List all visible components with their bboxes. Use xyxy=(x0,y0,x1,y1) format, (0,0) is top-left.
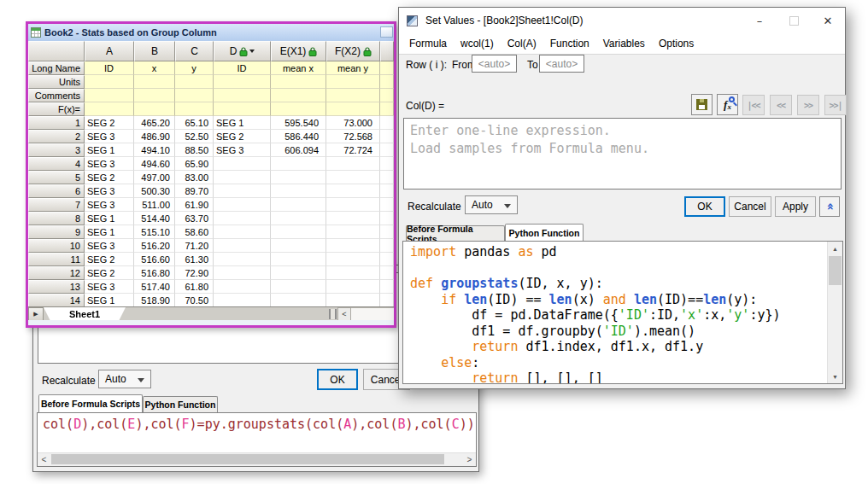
row-number[interactable]: 3 xyxy=(28,143,85,157)
worksheet-cell[interactable]: 52.50 xyxy=(175,130,214,143)
worksheet-cell[interactable]: SEG 1 xyxy=(85,294,134,306)
worksheet-cell[interactable]: SEG 2 xyxy=(85,253,134,266)
worksheet-cell[interactable] xyxy=(214,266,271,280)
worksheet-cell[interactable] xyxy=(326,253,380,266)
worksheet-cell[interactable]: 61.80 xyxy=(175,280,214,294)
horizontal-scrollbar[interactable] xyxy=(351,307,394,321)
worksheet-cell[interactable]: 65.10 xyxy=(175,116,214,130)
row-label[interactable]: Long Name xyxy=(28,61,85,75)
label-cell[interactable] xyxy=(326,75,380,89)
script-editor[interactable]: col(D),col(E),col(F)=py.groupstats(col(A… xyxy=(37,412,477,467)
worksheet-cell[interactable]: 511.00 xyxy=(134,198,175,212)
worksheet-cell[interactable] xyxy=(326,294,380,306)
worksheet-cell[interactable]: SEG 3 xyxy=(85,184,134,198)
worksheet-cell[interactable]: 516.80 xyxy=(134,266,175,280)
label-cell[interactable] xyxy=(271,89,326,102)
row-number[interactable]: 8 xyxy=(28,212,85,225)
worksheet-cell[interactable] xyxy=(326,225,380,239)
worksheet-cell[interactable]: SEG 3 xyxy=(85,239,134,253)
label-cell[interactable] xyxy=(271,75,326,89)
worksheet-window-button[interactable] xyxy=(380,26,393,38)
recalculate-dropdown[interactable]: Auto xyxy=(98,370,151,388)
worksheet-cell[interactable]: 595.540 xyxy=(271,116,326,130)
worksheet-cell[interactable] xyxy=(271,184,326,198)
worksheet-cell[interactable]: SEG 3 xyxy=(85,130,134,143)
row-number[interactable]: 14 xyxy=(28,294,85,306)
scroll-left-icon[interactable]: < xyxy=(38,453,50,465)
worksheet-cell[interactable]: 515.10 xyxy=(134,225,175,239)
worksheet-cell[interactable]: 606.094 xyxy=(271,143,326,157)
corner-header[interactable] xyxy=(28,41,85,61)
worksheet-cell[interactable]: 486.90 xyxy=(134,130,175,143)
worksheet-cell[interactable]: 73.000 xyxy=(326,116,380,130)
worksheet-cell[interactable]: SEG 2 xyxy=(85,116,134,130)
scroll-down-icon[interactable]: ▼ xyxy=(828,370,842,383)
save-formula-button[interactable] xyxy=(691,94,713,115)
worksheet-cell[interactable] xyxy=(326,198,380,212)
menu-item-formula[interactable]: Formula xyxy=(402,38,454,50)
worksheet-cell[interactable] xyxy=(214,184,271,198)
label-cell[interactable]: ID xyxy=(85,61,134,75)
ok-button[interactable]: OK xyxy=(317,369,358,390)
worksheet-cell[interactable] xyxy=(214,239,271,253)
row-number[interactable]: 9 xyxy=(28,225,85,239)
worksheet-cell[interactable]: SEG 1 xyxy=(85,143,134,157)
tab-scroll-splitter[interactable] xyxy=(329,309,337,319)
collapse-dialog-button[interactable]: » xyxy=(819,196,840,217)
label-cell[interactable] xyxy=(175,75,214,89)
worksheet-cell[interactable]: SEG 1 xyxy=(85,225,134,239)
maximize-button[interactable] xyxy=(777,8,811,33)
row-number[interactable]: 6 xyxy=(28,184,85,198)
worksheet-cell[interactable]: SEG 3 xyxy=(85,280,134,294)
last-row-button[interactable]: >>| xyxy=(824,95,847,115)
worksheet-cell[interactable]: 70.50 xyxy=(175,294,214,306)
column-header-ex1[interactable]: E(X1) xyxy=(271,41,326,61)
worksheet-cell[interactable]: 61.90 xyxy=(175,198,214,212)
column-header-d[interactable]: D xyxy=(214,41,271,61)
label-cell[interactable]: x xyxy=(134,61,175,75)
worksheet-cell[interactable] xyxy=(271,294,326,306)
worksheet-cell[interactable]: 72.568 xyxy=(326,130,380,143)
worksheet-cell[interactable] xyxy=(271,253,326,266)
python-code-editor[interactable]: import pandas as pd def groupstats(ID, x… xyxy=(402,241,843,384)
label-cell[interactable] xyxy=(134,75,175,89)
worksheet-cell[interactable]: SEG 2 xyxy=(85,171,134,184)
tab-python-function[interactable]: Python Function xyxy=(143,396,218,412)
worksheet-cell[interactable] xyxy=(271,171,326,184)
worksheet-cell[interactable]: 500.30 xyxy=(134,184,175,198)
worksheet-cell[interactable] xyxy=(326,157,380,171)
worksheet-cell[interactable]: 465.20 xyxy=(134,116,175,130)
worksheet-cell[interactable]: 83.00 xyxy=(175,171,214,184)
worksheet-cell[interactable] xyxy=(271,198,326,212)
worksheet-cell[interactable] xyxy=(326,239,380,253)
worksheet-cell[interactable]: SEG 1 xyxy=(85,212,134,225)
row-number[interactable]: 2 xyxy=(28,130,85,143)
worksheet-cell[interactable] xyxy=(214,294,271,306)
column-menu-icon[interactable] xyxy=(249,50,255,53)
label-cell[interactable] xyxy=(134,89,175,102)
column-header-c[interactable]: C xyxy=(175,41,214,61)
label-cell[interactable] xyxy=(175,102,214,116)
row-number[interactable]: 12 xyxy=(28,266,85,280)
worksheet-cell[interactable]: 71.20 xyxy=(175,239,214,253)
row-number[interactable]: 5 xyxy=(28,171,85,184)
row-label[interactable]: Comments xyxy=(28,89,85,102)
row-from-input[interactable] xyxy=(472,55,517,73)
worksheet-cell[interactable] xyxy=(271,280,326,294)
worksheet-cell[interactable]: 63.70 xyxy=(175,212,214,225)
label-cell[interactable] xyxy=(85,89,134,102)
tab-python-function[interactable]: Python Function xyxy=(505,224,584,241)
worksheet-cell[interactable]: 497.00 xyxy=(134,171,175,184)
worksheet-cell[interactable] xyxy=(271,266,326,280)
label-cell[interactable] xyxy=(134,102,175,116)
worksheet-cell[interactable] xyxy=(271,157,326,171)
search-functions-button[interactable]: fx xyxy=(717,94,738,115)
worksheet-cell[interactable] xyxy=(326,280,380,294)
label-cell[interactable] xyxy=(214,75,271,89)
row-label[interactable]: F(x)= xyxy=(28,102,85,116)
sheet-nav-icon[interactable]: ▶ xyxy=(28,307,44,321)
worksheet-cell[interactable] xyxy=(214,212,271,225)
label-cell[interactable] xyxy=(214,102,271,116)
vertical-scrollbar[interactable]: ▲ ▼ xyxy=(827,242,842,383)
worksheet-cell[interactable] xyxy=(326,266,380,280)
